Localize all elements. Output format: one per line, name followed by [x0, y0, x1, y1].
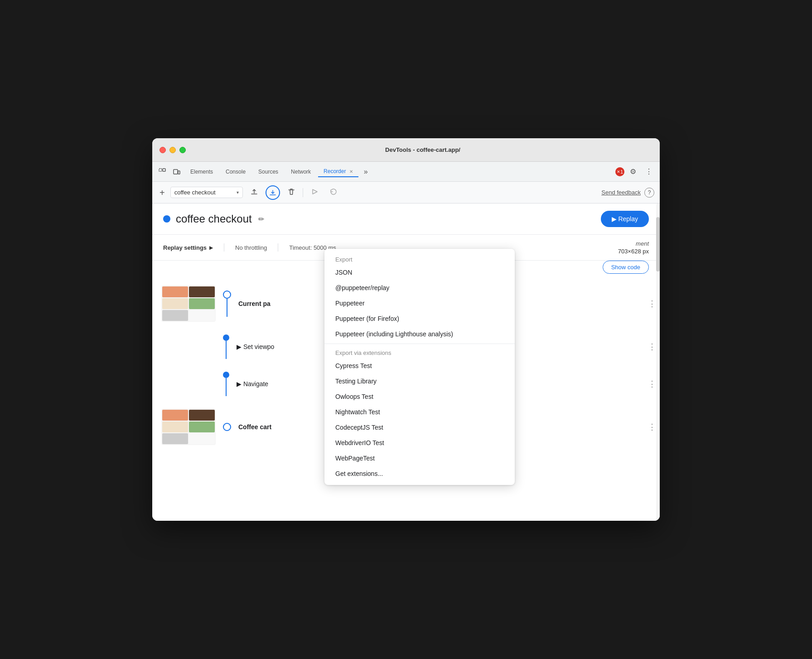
- hollow-dot: [223, 291, 231, 299]
- step-dot-2: [223, 334, 229, 359]
- settings-gear-icon[interactable]: ⚙: [626, 165, 640, 178]
- export-owloops-item[interactable]: Owloops Test: [324, 389, 515, 404]
- export-recording-button[interactable]: [266, 185, 280, 200]
- export-cypress-item[interactable]: Cypress Test: [324, 358, 515, 373]
- export-extensions-label: Export via extensions: [324, 346, 515, 358]
- recording-title: coffee checkout: [176, 213, 252, 225]
- step-dot-4: [223, 423, 231, 431]
- export-dropdown: Export JSON @puppeteer/replay Puppeteer …: [324, 249, 515, 485]
- close-button[interactable]: [160, 147, 166, 153]
- window-title: DevTools - coffee-cart.app/: [193, 146, 652, 153]
- export-puppeteer-replay-item[interactable]: @puppeteer/replay: [324, 280, 515, 296]
- replay-button[interactable]: ▶ Replay: [601, 211, 649, 227]
- devtools-tabs-bar: Elements Console Sources Network Recorde…: [152, 162, 660, 182]
- scrollbar-thumb[interactable]: [656, 217, 660, 271]
- recording-header: coffee checkout ✏ ▶ Replay: [152, 204, 660, 235]
- export-puppeteer-firefox-item[interactable]: Puppeteer (for Firefox): [324, 311, 515, 326]
- dropdown-divider: [324, 344, 515, 344]
- scrollbar-track: [656, 204, 660, 521]
- chevron-down-icon: ▾: [237, 190, 239, 195]
- maximize-button[interactable]: [179, 147, 186, 153]
- svg-rect-0: [159, 169, 162, 171]
- settings-divider-2: [278, 243, 278, 252]
- add-recording-button[interactable]: +: [158, 186, 167, 199]
- filled-dot: [223, 334, 229, 341]
- tab-network[interactable]: Network: [285, 167, 316, 177]
- settings-divider: [224, 243, 224, 252]
- recording-name-label: coffee checkout: [174, 189, 234, 196]
- export-webdriverio-item[interactable]: WebdriverIO Test: [324, 435, 515, 451]
- export-json-item[interactable]: JSON: [324, 265, 515, 280]
- svg-rect-3: [178, 171, 180, 174]
- tab-sources[interactable]: Sources: [253, 167, 284, 177]
- export-codecept-item[interactable]: CodeceptJS Test: [324, 420, 515, 435]
- hollow-dot-4: [223, 423, 231, 431]
- step-dot: [223, 291, 231, 317]
- devtools-window: DevTools - coffee-cart.app/ Elements Con…: [152, 138, 660, 521]
- viewport-size: 703×628 px: [618, 248, 649, 255]
- step-screenshot: [161, 286, 216, 322]
- viewport-label: ment: [636, 240, 649, 247]
- inspect-element-icon[interactable]: [156, 165, 169, 178]
- step-dot-3: [223, 372, 229, 396]
- more-options-icon[interactable]: ⋮: [642, 165, 656, 178]
- recorder-main-content: coffee checkout ✏ ▶ Replay Replay settin…: [152, 204, 660, 521]
- error-x-icon: ✕: [617, 170, 620, 174]
- step-screenshot-4: [161, 409, 216, 445]
- traffic-lights: [160, 147, 186, 153]
- send-feedback-link[interactable]: Send feedback: [601, 189, 641, 196]
- export-section-label: Export: [324, 252, 515, 265]
- svg-rect-2: [174, 170, 178, 174]
- svg-rect-1: [163, 169, 165, 171]
- more-tabs-button[interactable]: »: [360, 166, 372, 178]
- tab-console[interactable]: Console: [220, 167, 251, 177]
- export-puppeteer-lighthouse-item[interactable]: Puppeteer (including Lighthouse analysis…: [324, 326, 515, 342]
- export-nightwatch-item[interactable]: Nightwatch Test: [324, 404, 515, 420]
- throttling-value: No throttling: [235, 244, 267, 251]
- replay-settings-label[interactable]: Replay settings ▶: [163, 244, 213, 251]
- titlebar: DevTools - coffee-cart.app/: [152, 138, 660, 162]
- recording-selector[interactable]: coffee checkout ▾: [170, 187, 243, 198]
- upload-recording-button[interactable]: [246, 186, 262, 199]
- minimize-button[interactable]: [169, 147, 176, 153]
- tab-recorder[interactable]: Recorder ✕: [318, 166, 358, 177]
- show-code-button[interactable]: Show code: [603, 261, 649, 274]
- replay-step-button[interactable]: [326, 186, 341, 199]
- filled-dot-3: [223, 372, 229, 378]
- get-extensions-item[interactable]: Get extensions...: [324, 466, 515, 481]
- recorder-toolbar: + coffee checkout ▾: [152, 182, 660, 204]
- delete-recording-button[interactable]: [284, 186, 299, 199]
- help-button[interactable]: ?: [644, 188, 654, 198]
- export-testing-library-item[interactable]: Testing Library: [324, 373, 515, 389]
- edit-recording-name-button[interactable]: ✏: [256, 213, 266, 225]
- error-count-badge: ✕ 1: [615, 167, 624, 176]
- tab-elements[interactable]: Elements: [185, 167, 218, 177]
- recording-status-dot: [163, 215, 170, 223]
- export-puppeteer-item[interactable]: Puppeteer: [324, 296, 515, 311]
- play-recording-button[interactable]: [307, 186, 322, 199]
- close-recorder-tab[interactable]: ✕: [349, 169, 353, 174]
- device-mode-icon[interactable]: [170, 165, 183, 178]
- export-webpagetest-item[interactable]: WebPageTest: [324, 451, 515, 466]
